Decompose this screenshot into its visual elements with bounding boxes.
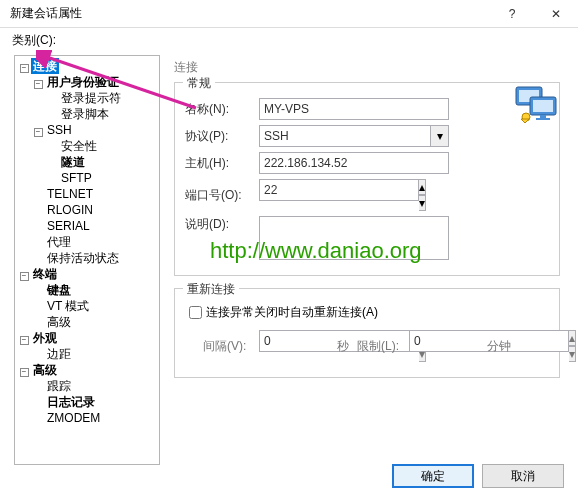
minutes-label: 分钟 xyxy=(487,338,511,355)
spin-down-icon[interactable]: ▾ xyxy=(419,195,426,211)
tree-item-advanced2[interactable]: 高级 xyxy=(31,362,59,378)
chevron-down-icon[interactable]: ▾ xyxy=(431,125,449,147)
group-reconnect-title: 重新连接 xyxy=(183,281,239,298)
tree-item-tunnel[interactable]: 隧道 xyxy=(59,154,87,170)
close-button[interactable]: ✕ xyxy=(534,0,578,28)
group-general: 常规 名称(N): 协议(P): SSH ▾ 主机(H): 端口号(O): xyxy=(174,82,560,276)
collapse-icon[interactable]: − xyxy=(20,272,29,281)
name-field[interactable] xyxy=(259,98,449,120)
collapse-icon[interactable]: − xyxy=(20,368,29,377)
collapse-icon[interactable]: − xyxy=(34,80,43,89)
title-bar: 新建会话属性 ? ✕ xyxy=(0,0,578,28)
tree-item-keyboard[interactable]: 键盘 xyxy=(45,282,73,298)
tree-item-telnet[interactable]: TELNET xyxy=(45,186,95,202)
help-button[interactable]: ? xyxy=(490,0,534,28)
tree-item-connection[interactable]: 连接 xyxy=(31,58,59,74)
description-label: 说明(D): xyxy=(185,216,259,233)
spin-up-icon[interactable]: ▴ xyxy=(419,179,426,195)
tree-item-serial[interactable]: SERIAL xyxy=(45,218,92,234)
host-field[interactable] xyxy=(259,152,449,174)
tree-item-trace[interactable]: 跟踪 xyxy=(45,378,73,394)
panel-title: 连接 xyxy=(174,55,560,82)
port-label: 端口号(O): xyxy=(185,187,259,204)
spin-up-icon: ▴ xyxy=(569,330,576,346)
protocol-label: 协议(P): xyxy=(185,128,259,145)
cancel-button[interactable]: 取消 xyxy=(482,464,564,488)
interval-label: 间隔(V): xyxy=(203,338,259,355)
collapse-icon[interactable]: − xyxy=(20,336,29,345)
tree-item-rlogin[interactable]: RLOGIN xyxy=(45,202,95,218)
host-label: 主机(H): xyxy=(185,155,259,172)
description-field[interactable] xyxy=(259,216,449,260)
group-reconnect: 重新连接 连接异常关闭时自动重新连接(A) 间隔(V): ▴▾ 秒 限制(L):… xyxy=(174,288,560,378)
limit-stepper: ▴▾ xyxy=(409,330,479,362)
settings-panel: 连接 常规 名称(N): 协议(P): xyxy=(160,55,568,471)
tree-item-advanced[interactable]: 高级 xyxy=(45,314,73,330)
auto-reconnect-label: 连接异常关闭时自动重新连接(A) xyxy=(206,304,378,321)
tree-item-log[interactable]: 日志记录 xyxy=(45,394,97,410)
tree-item-security[interactable]: 安全性 xyxy=(59,138,99,154)
window-title: 新建会话属性 xyxy=(10,5,490,22)
port-field[interactable] xyxy=(259,179,419,201)
spin-down-icon: ▾ xyxy=(569,346,576,362)
tree-item-appearance[interactable]: 外观 xyxy=(31,330,59,346)
tree-item-auth[interactable]: 用户身份验证 xyxy=(45,74,121,90)
ok-button[interactable]: 确定 xyxy=(392,464,474,488)
group-general-title: 常规 xyxy=(183,75,215,92)
collapse-icon[interactable]: − xyxy=(20,64,29,73)
seconds-label: 秒 xyxy=(337,338,349,355)
tree-item-script[interactable]: 登录脚本 xyxy=(59,106,111,122)
category-tree[interactable]: −连接 −用户身份验证 登录提示符 登录脚本 −SSH 安全性 隧道 SFTP … xyxy=(14,55,160,465)
category-label: 类别(C): xyxy=(0,28,578,51)
tree-item-vt[interactable]: VT 模式 xyxy=(45,298,91,314)
tree-item-proxy[interactable]: 代理 xyxy=(45,234,73,250)
tree-item-terminal[interactable]: 终端 xyxy=(31,266,59,282)
protocol-select[interactable]: SSH ▾ xyxy=(259,125,449,147)
name-label: 名称(N): xyxy=(185,101,259,118)
tree-item-ssh[interactable]: SSH xyxy=(45,122,74,138)
tree-item-keepalive[interactable]: 保持活动状态 xyxy=(45,250,121,266)
collapse-icon[interactable]: − xyxy=(34,128,43,137)
limit-label: 限制(L): xyxy=(357,338,409,355)
tree-item-sftp[interactable]: SFTP xyxy=(59,170,94,186)
auto-reconnect-input[interactable] xyxy=(189,306,202,319)
tree-item-prompt[interactable]: 登录提示符 xyxy=(59,90,123,106)
port-stepper[interactable]: ▴ ▾ xyxy=(259,179,339,211)
auto-reconnect-checkbox[interactable]: 连接异常关闭时自动重新连接(A) xyxy=(185,303,549,322)
tree-item-zmodem[interactable]: ZMODEM xyxy=(45,410,102,426)
tree-item-margin[interactable]: 边距 xyxy=(45,346,73,362)
interval-stepper: ▴▾ xyxy=(259,330,329,362)
